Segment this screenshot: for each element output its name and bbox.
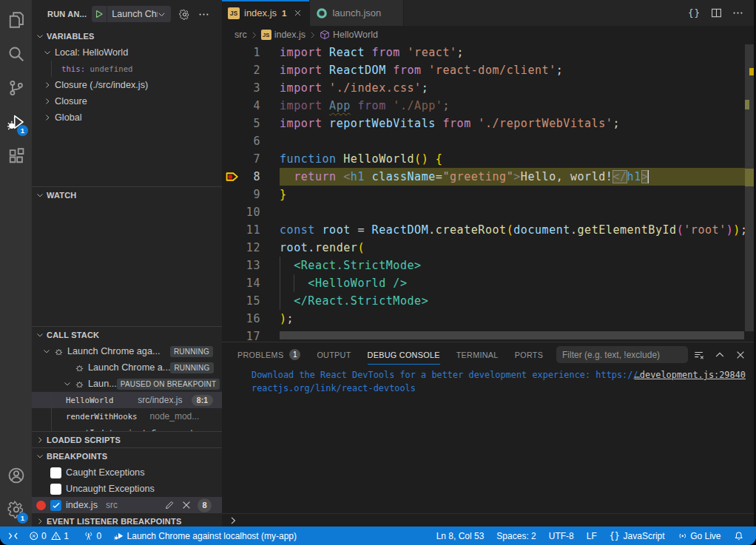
bug-icon <box>75 363 84 373</box>
launch-config-button[interactable]: Launch Chr <box>92 6 171 22</box>
panel-tab-debug-console[interactable]: DEBUG CONSOLE <box>368 342 440 367</box>
code-line-3[interactable]: 3import './index.css'; <box>222 79 756 97</box>
checkbox-checked[interactable] <box>50 500 61 511</box>
variable-row[interactable]: this: undefined <box>32 61 222 77</box>
status-eol[interactable]: LF <box>587 531 597 541</box>
status-indentation[interactable]: Spaces: 2 <box>496 531 536 541</box>
code-line-4[interactable]: 4import App from './App'; <box>222 97 756 115</box>
code-line-11[interactable]: 11const root = ReactDOM.createRoot(docum… <box>222 221 756 239</box>
ellipsis-icon[interactable] <box>732 7 743 18</box>
code-line-10[interactable]: 10 <box>222 203 756 221</box>
activity-item-run-and-debug[interactable]: 1 <box>0 105 32 139</box>
code-line-1[interactable]: 1import React from 'react'; <box>222 44 756 61</box>
breakpoint-row[interactable]: index.jssrc8 <box>32 497 222 512</box>
activity-item-search[interactable] <box>0 37 32 71</box>
call-stack-frame[interactable]: mountIndeterminateComponent <box>32 424 222 431</box>
status-remote[interactable] <box>8 531 18 541</box>
close-icon[interactable] <box>181 500 192 510</box>
split-editor-icon[interactable] <box>711 7 722 18</box>
close-icon[interactable] <box>735 350 746 360</box>
code-line-16[interactable]: 16); <box>222 310 756 328</box>
vertical-scrollbar[interactable] <box>745 44 754 331</box>
code-line-2[interactable]: 2import ReactDOM from 'react-dom/client'… <box>222 61 756 79</box>
chevron-down-icon <box>43 348 50 355</box>
code-line-5[interactable]: 5import reportWebVitals from './reportWe… <box>222 115 756 132</box>
activity-item-extensions[interactable] <box>0 139 32 173</box>
code-line-12[interactable]: 12root.render( <box>222 239 756 257</box>
status-text: 0 <box>41 531 47 541</box>
code-line-9[interactable]: 9} <box>222 186 756 203</box>
code-line-6[interactable]: 6 <box>222 132 756 150</box>
section-header-breakpoints[interactable]: BREAKPOINTS <box>32 448 222 464</box>
debug-gear-icon[interactable] <box>179 9 190 20</box>
section-header-call_stack[interactable]: CALL STACK <box>32 327 222 343</box>
code-editor[interactable]: 1import React from 'react';2import React… <box>222 44 756 342</box>
frame-path: node_mod... <box>150 411 200 422</box>
status-go-live[interactable]: Go Live <box>678 531 721 541</box>
more-actions-icon[interactable] <box>198 9 209 20</box>
chevron-down-icon <box>36 33 44 40</box>
call-stack-frame[interactable]: HelloWorldsrc/index.js8:1 <box>32 392 222 408</box>
status-encoding[interactable]: UTF-8 <box>549 531 574 541</box>
debug-console-input[interactable] <box>222 513 756 527</box>
token: . <box>428 223 436 237</box>
breadcrumb-label: src <box>234 30 247 40</box>
activity-item-source-control[interactable] <box>0 71 32 105</box>
braces-icon[interactable]: {} <box>688 7 701 18</box>
code-line-7[interactable]: 7function HelloWorld() { <box>222 150 756 168</box>
variable-row[interactable]: Local: HelloWorld <box>32 44 222 61</box>
token: root <box>323 223 351 237</box>
chevron-down-icon[interactable] <box>158 10 171 18</box>
variable-row[interactable]: Global <box>32 109 222 126</box>
breadcrumb-item-src[interactable]: src <box>234 30 247 40</box>
panel-tab-ports[interactable]: PORTS <box>515 342 544 367</box>
activity-item-accounts[interactable] <box>0 458 32 492</box>
breadcrumb-item-index-js[interactable]: JSindex.js <box>261 30 306 40</box>
section-header-variables[interactable]: VARIABLES <box>32 28 222 44</box>
section-header-loaded_scripts[interactable]: LOADED SCRIPTS <box>32 432 222 447</box>
status-language-mode[interactable]: {}JavaScript <box>610 531 665 541</box>
status-forwarded-ports[interactable]: 0 <box>84 531 101 541</box>
panel-tab-problems[interactable]: PROBLEMS1 <box>237 342 300 367</box>
debug-start-icon[interactable] <box>92 10 107 18</box>
breadcrumb-item-HelloWorld[interactable]: HelloWorld <box>320 30 378 40</box>
tab-index-js[interactable]: JSindex.js1 <box>222 0 310 26</box>
section-header-event_listener_breakpoints[interactable]: EVENT LISTENER BREAKPOINTS <box>32 513 222 527</box>
code-line-13[interactable]: 13 <React.StrictMode> <box>222 257 756 274</box>
breakpoint-row[interactable]: Uncaught Exceptions <box>32 481 222 497</box>
variable-row[interactable]: Closure (./src/index.js) <box>32 77 222 93</box>
status-cursor-position[interactable]: Ln 8, Col 53 <box>436 531 485 541</box>
tab-launch-json[interactable]: launch.json <box>310 0 404 26</box>
clear-console-icon[interactable] <box>694 350 704 360</box>
pencil-icon[interactable] <box>164 500 175 510</box>
section-header-watch[interactable]: WATCH <box>32 187 222 203</box>
checkbox-unchecked[interactable] <box>50 484 61 495</box>
line-content: } <box>280 186 287 203</box>
call-stack-session[interactable]: Launch Chrome a...RUNNING <box>32 359 222 376</box>
code-line-8[interactable]: 8 return <h1 className="greeting">Hello,… <box>222 168 756 186</box>
status-text: 1 <box>64 531 69 541</box>
call-stack-frame[interactable]: renderWithHooksnode_mod... <box>32 408 222 424</box>
checkbox-unchecked[interactable] <box>50 467 61 478</box>
code-line-14[interactable]: 14 <HelloWorld /> <box>222 274 756 292</box>
editor-area: JSindex.js1launch.json{} srcJSindex.jsHe… <box>222 0 756 342</box>
console-source-link[interactable]: …development.js:29840 <box>635 368 746 382</box>
code-line-15[interactable]: 15 </React.StrictMode> <box>222 292 756 310</box>
breakpoint-row[interactable]: Caught Exceptions <box>32 464 222 481</box>
panel-tab-terminal[interactable]: TERMINAL <box>456 342 499 367</box>
status-debug-session[interactable]: Launch Chrome against localhost (my-app) <box>114 531 297 541</box>
launch-config-label[interactable]: Launch Chr <box>107 9 158 19</box>
call-stack-session[interactable]: Laun...PAUSED ON BREAKPOINT <box>32 376 222 392</box>
activity-item-explorer[interactable] <box>0 3 32 37</box>
close-icon[interactable] <box>291 7 303 19</box>
horizontal-scrollbar[interactable] <box>280 331 744 339</box>
activity-item-manage[interactable]: 1 <box>0 492 32 527</box>
call-stack-session[interactable]: Launch Chrome aga...RUNNING <box>32 343 222 359</box>
status-problems[interactable]: 01 <box>29 531 69 541</box>
chevron-up-icon[interactable] <box>715 350 725 360</box>
debug-sidebar: RUN AN... Launch Chr VARIABLESLocal: Hel… <box>32 0 222 527</box>
console-filter-input[interactable] <box>556 346 688 363</box>
variable-row[interactable]: Closure <box>32 93 222 109</box>
status-notifications[interactable] <box>734 531 744 541</box>
panel-tab-output[interactable]: OUTPUT <box>317 342 351 367</box>
